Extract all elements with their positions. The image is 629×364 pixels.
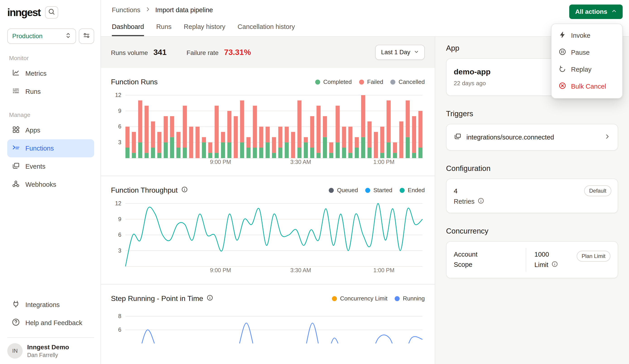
user-org: Inngest Demo: [27, 344, 69, 351]
sidebar-item-label: Events: [25, 163, 45, 170]
environment-name: Production: [12, 33, 43, 40]
info-icon[interactable]: [207, 294, 213, 303]
info-icon[interactable]: [552, 261, 558, 269]
retries-label: Retries: [454, 198, 474, 205]
legend-dot: [400, 188, 405, 193]
inngest-logo[interactable]: inngest: [7, 6, 40, 18]
sidebar-section-monitor: Monitor: [9, 55, 94, 62]
legend-dot: [359, 80, 364, 85]
pause-circle-icon: [559, 48, 566, 57]
all-actions-button[interactable]: All actions: [569, 4, 623, 19]
user-menu[interactable]: IN Inngest Demo Dan Farrelly: [7, 337, 94, 359]
svg-text:3: 3: [118, 139, 121, 145]
svg-text:9: 9: [118, 216, 121, 222]
menu-item-invoke[interactable]: Invoke: [552, 27, 622, 44]
dashboard-charts: Runs volume 341 Failure rate 73.31% Last…: [101, 37, 435, 364]
concurrency-scope-value: Account: [454, 251, 526, 258]
cancel-circle-icon: [559, 82, 566, 91]
tab-dashboard[interactable]: Dashboard: [112, 23, 144, 36]
sidebar: inngest Production: [0, 0, 101, 364]
sidebar-item-label: Runs: [25, 88, 41, 95]
functions-icon: [12, 144, 20, 153]
function-runs-chart: 129639:00 PM3:30 AM1:00 PM: [111, 92, 423, 166]
menu-item-replay[interactable]: Replay: [552, 61, 622, 78]
svg-text:8: 8: [118, 313, 121, 319]
event-icon: [454, 132, 462, 142]
sidebar-item-functions[interactable]: Functions: [7, 139, 94, 157]
svg-text:1:00 PM: 1:00 PM: [373, 267, 394, 273]
chevron-down-icon: [414, 49, 419, 56]
retries-card: 4 Retries Default: [446, 179, 618, 213]
all-actions-menu: Invoke Pause Replay Bulk Cancel: [551, 23, 623, 98]
function-runs-title: Function Runs: [111, 78, 157, 86]
trigger-card[interactable]: integrations/source.connected: [446, 124, 618, 151]
svg-text:3:30 AM: 3:30 AM: [290, 267, 311, 273]
environment-settings-button[interactable]: [79, 28, 94, 44]
plan-limit-badge: Plan Limit: [577, 251, 611, 262]
sidebar-item-metrics[interactable]: Metrics: [7, 64, 94, 83]
svg-text:6: 6: [118, 232, 121, 238]
info-icon[interactable]: [478, 198, 484, 205]
lightning-icon: [559, 31, 566, 40]
search-button[interactable]: [45, 6, 58, 18]
inngest-dashboard: inngest Production: [0, 0, 629, 364]
function-throughput-legend: QueuedStartedEnded: [329, 187, 425, 194]
tab-runs[interactable]: Runs: [156, 23, 172, 36]
sidebar-item-apps[interactable]: Apps: [7, 121, 94, 139]
replay-icon: [559, 65, 566, 74]
svg-text:9: 9: [118, 108, 121, 114]
sidebar-item-events[interactable]: Events: [7, 157, 94, 176]
function-throughput-title: Function Throughput: [111, 186, 178, 194]
svg-text:9:00 PM: 9:00 PM: [210, 159, 231, 165]
sidebar-item-help[interactable]: Help and Feedback: [7, 314, 94, 332]
sidebar-item-runs[interactable]: Runs: [7, 83, 94, 101]
sliders-icon: [83, 32, 90, 40]
tab-replay-history[interactable]: Replay history: [184, 23, 225, 36]
breadcrumb: Functions Import data pipeline: [101, 0, 629, 14]
breadcrumb-current: Import data pipeline: [155, 6, 213, 14]
sidebar-item-label: Webhooks: [25, 181, 56, 188]
legend-item-running: Running: [395, 295, 425, 302]
svg-text:3: 3: [118, 247, 121, 254]
time-range-select[interactable]: Last 1 Day: [375, 45, 425, 60]
menu-item-pause[interactable]: Pause: [552, 44, 622, 61]
metrics-icon: [12, 69, 20, 79]
tab-bar: Dashboard Runs Replay history Cancellati…: [101, 23, 295, 36]
plug-icon: [12, 300, 20, 310]
sidebar-item-label: Integrations: [25, 301, 60, 309]
sidebar-item-label: Functions: [25, 145, 54, 152]
legend-dot: [395, 296, 400, 301]
webhooks-icon: [12, 180, 20, 189]
legend-item-cancelled: Cancelled: [390, 79, 425, 86]
top-bar: Functions Import data pipeline Dashboard…: [101, 0, 629, 37]
events-icon: [12, 162, 20, 171]
sidebar-item-integrations[interactable]: Integrations: [7, 296, 94, 314]
svg-text:6: 6: [118, 326, 121, 333]
help-circle-icon: [12, 318, 20, 328]
sidebar-item-webhooks[interactable]: Webhooks: [7, 176, 94, 193]
info-icon[interactable]: [181, 186, 188, 194]
search-icon: [48, 8, 55, 17]
concurrency-limit-label: Limit: [534, 261, 548, 269]
tab-cancellation-history[interactable]: Cancellation history: [238, 23, 295, 36]
svg-text:1:00 PM: 1:00 PM: [373, 159, 394, 165]
legend-item-completed: Completed: [315, 79, 352, 86]
chevron-up-down-icon: [65, 32, 71, 40]
step-running-title: Step Running - Point in Time: [111, 294, 203, 303]
legend-item-failed: Failed: [359, 79, 383, 86]
svg-text:9:00 PM: 9:00 PM: [210, 267, 231, 273]
sidebar-item-label: Metrics: [25, 70, 46, 77]
breadcrumb-functions[interactable]: Functions: [112, 6, 140, 14]
default-badge: Default: [584, 185, 611, 196]
menu-item-bulk-cancel[interactable]: Bulk Cancel: [552, 78, 622, 95]
stats-row: Runs volume 341 Failure rate 73.31% Last…: [101, 37, 435, 68]
concurrency-scope-label: Scope: [454, 261, 526, 268]
function-throughput-section: Function Throughput QueuedStartedEnded 1…: [101, 176, 435, 274]
sidebar-item-label: Apps: [25, 127, 40, 134]
legend-dot: [329, 188, 334, 193]
configuration-heading: Configuration: [446, 164, 618, 173]
runs-volume-stat: Runs volume 341: [111, 48, 167, 57]
environment-select[interactable]: Production: [7, 28, 76, 44]
concurrency-heading: Concurrency: [446, 227, 618, 235]
svg-text:6: 6: [118, 123, 121, 130]
